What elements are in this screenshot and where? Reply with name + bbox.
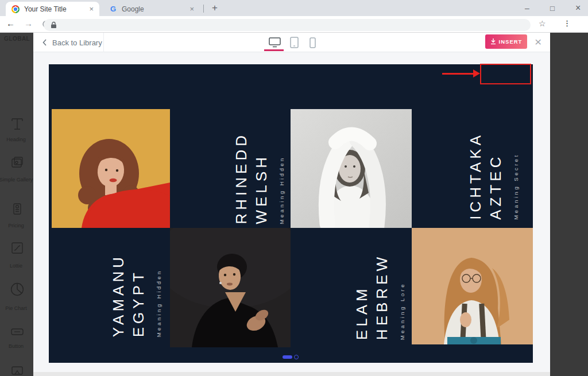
- profile-subtitle: Meaning Hidden: [278, 132, 285, 224]
- widget-label[interactable]: Simple Gallery: [0, 177, 33, 183]
- profile-name-line: RHINEDD: [231, 132, 252, 224]
- photo-portrait-1: [52, 109, 170, 228]
- header-divider: [103, 33, 104, 52]
- panel-tab-global[interactable]: GLOBAL: [4, 36, 30, 42]
- button-icon: [10, 324, 25, 339]
- widget-label[interactable]: Heading: [0, 137, 33, 142]
- tab-google[interactable]: G Google ×: [103, 2, 200, 16]
- new-tab-button[interactable]: +: [208, 1, 222, 15]
- widget-label[interactable]: Lottie: [0, 263, 33, 269]
- photo-portrait-2: [291, 109, 412, 228]
- profile-name-line: YAMANU: [109, 254, 129, 337]
- desktop-device-icon[interactable]: [269, 37, 281, 48]
- google-g-icon: G: [109, 5, 117, 13]
- pie-chart-icon: [9, 281, 26, 298]
- profile-name-line: ELAM: [352, 254, 372, 340]
- address-bar[interactable]: [44, 19, 531, 31]
- tab-close-icon[interactable]: ×: [89, 5, 94, 13]
- mobile-device-icon[interactable]: [310, 37, 316, 48]
- back-to-library-label: Back to Library: [52, 38, 102, 47]
- tab-close-icon[interactable]: ×: [189, 5, 194, 13]
- widget-panel-dimmed: GLOBAL Heading Simple Gallery Pricing: [0, 33, 33, 376]
- template-canvas: RHINEDD WELSH Meaning Hidden ICHTAKA AZT…: [49, 64, 533, 363]
- gallery-icon: [10, 155, 25, 170]
- browser-window: Your Site Title × G Google × + – □ × ← →…: [0, 0, 588, 376]
- insert-button[interactable]: INSERT: [485, 34, 527, 49]
- download-icon: [490, 38, 496, 45]
- profile-label-ichtaka-aztec: ICHTAKA AZTEC Meaning Secret: [466, 132, 519, 220]
- chrome-favicon-icon: [11, 5, 20, 13]
- modal-bottom-strip: [33, 372, 550, 376]
- profile-label-yamanu-egypt: YAMANU EGYPT Meaning Hidden: [109, 254, 162, 337]
- tab-title: Google: [122, 5, 185, 13]
- pagination-dot[interactable]: [294, 355, 299, 359]
- maximize-button[interactable]: □: [550, 0, 555, 16]
- profile-subtitle: Meaning Lore: [399, 254, 405, 340]
- profile-name-line: ICHTAKA: [466, 132, 486, 220]
- annotation-arrow-head: [473, 69, 480, 77]
- profile-subtitle: Meaning Secret: [513, 132, 519, 220]
- chevron-left-icon: [42, 39, 47, 46]
- lock-icon: [51, 21, 57, 29]
- minimize-button[interactable]: –: [525, 0, 529, 16]
- profile-subtitle: Meaning Hidden: [156, 254, 162, 337]
- bookmark-star-icon[interactable]: ☆: [539, 19, 546, 28]
- modal-backdrop: [550, 33, 588, 376]
- pricing-icon: [10, 201, 25, 216]
- modal-close-icon[interactable]: ×: [535, 34, 541, 50]
- profile-label-elam-hebrew: ELAM HEBREW Meaning Lore: [352, 254, 405, 340]
- tablet-device-icon[interactable]: [290, 37, 299, 48]
- partial-widget-icon: [10, 363, 25, 376]
- profile-name-line: EGYPT: [129, 254, 149, 337]
- tab-your-site-title[interactable]: Your Site Title ×: [6, 2, 99, 16]
- back-icon[interactable]: ←: [6, 18, 15, 28]
- browser-menu-icon[interactable]: ⋮: [563, 19, 571, 28]
- widget-label[interactable]: Pricing: [0, 223, 33, 228]
- tab-strip: Your Site Title × G Google × + – □ ×: [0, 0, 588, 16]
- editor-workspace: GLOBAL Heading Simple Gallery Pricing: [0, 33, 588, 376]
- lottie-icon: [10, 241, 25, 255]
- profile-label-rhinedd-welsh: RHINEDD WELSH Meaning Hidden: [231, 132, 285, 224]
- preview-header: Back to Library: [33, 33, 550, 52]
- annotation-arrow-shaft: [442, 73, 474, 75]
- annotation-highlight-box: [480, 64, 531, 84]
- photo-portrait-4: [412, 228, 533, 344]
- pagination-dot-active[interactable]: [283, 355, 292, 359]
- forward-icon[interactable]: →: [24, 18, 33, 28]
- profile-name-line: AZTEC: [486, 132, 506, 220]
- tab-divider: [203, 5, 204, 13]
- window-close-button[interactable]: ×: [575, 0, 581, 16]
- heading-icon: [10, 117, 25, 131]
- widget-label[interactable]: Button: [0, 343, 33, 349]
- active-device-underline: [264, 49, 284, 51]
- insert-label: INSERT: [499, 38, 523, 45]
- template-preview-modal: Back to Library: [33, 33, 550, 372]
- back-to-library-button[interactable]: Back to Library: [42, 33, 102, 52]
- profile-name-line: HEBREW: [372, 254, 392, 340]
- tab-title: Your Site Title: [24, 5, 84, 13]
- photo-portrait-3: [170, 228, 291, 347]
- profile-name-line: WELSH: [252, 132, 272, 224]
- browser-toolbar: ← → ☆ ⋮: [0, 16, 588, 33]
- widget-label[interactable]: Pie Chart: [0, 305, 33, 311]
